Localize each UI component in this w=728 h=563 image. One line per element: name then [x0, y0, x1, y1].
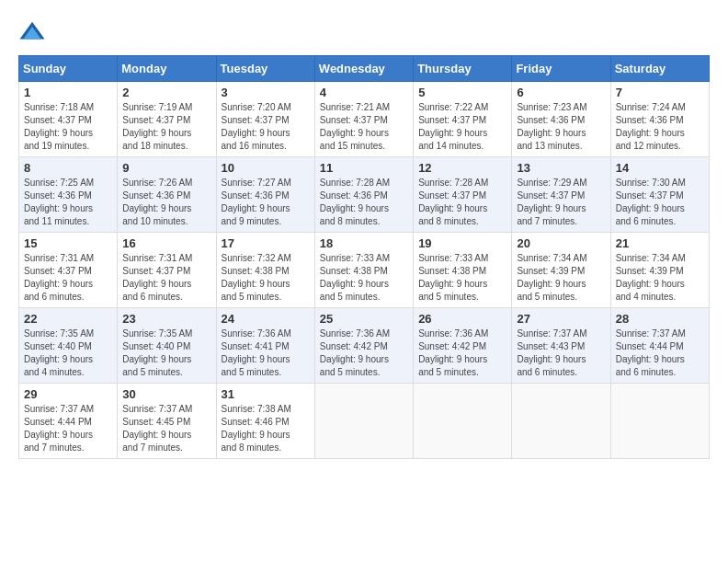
calendar-cell: 10Sunrise: 7:27 AM Sunset: 4:36 PM Dayli… — [216, 157, 314, 233]
cell-info: Sunrise: 7:32 AM Sunset: 4:38 PM Dayligh… — [222, 252, 310, 304]
calendar-cell: 1Sunrise: 7:18 AM Sunset: 4:37 PM Daylig… — [19, 82, 118, 157]
calendar-cell — [414, 384, 512, 459]
calendar-cell: 11Sunrise: 7:28 AM Sunset: 4:36 PM Dayli… — [314, 157, 413, 233]
day-number: 4 — [320, 86, 408, 99]
cell-info: Sunrise: 7:36 AM Sunset: 4:42 PM Dayligh… — [320, 327, 408, 379]
calendar-table: SundayMondayTuesdayWednesdayThursdayFrid… — [18, 55, 710, 459]
calendar-cell — [512, 384, 610, 459]
cell-info: Sunrise: 7:34 AM Sunset: 4:39 PM Dayligh… — [616, 252, 704, 304]
cell-info: Sunrise: 7:24 AM Sunset: 4:36 PM Dayligh… — [616, 101, 704, 153]
day-number: 14 — [616, 161, 704, 175]
logo-icon — [18, 18, 46, 46]
cell-info: Sunrise: 7:31 AM Sunset: 4:37 PM Dayligh… — [24, 252, 112, 304]
calendar-cell: 6Sunrise: 7:23 AM Sunset: 4:36 PM Daylig… — [512, 82, 610, 157]
day-number: 22 — [24, 312, 112, 326]
calendar-week-2: 8Sunrise: 7:25 AM Sunset: 4:36 PM Daylig… — [19, 157, 710, 233]
header-thursday: Thursday — [414, 56, 512, 82]
cell-info: Sunrise: 7:27 AM Sunset: 4:36 PM Dayligh… — [222, 177, 310, 228]
day-number: 3 — [222, 86, 310, 99]
calendar-cell: 19Sunrise: 7:33 AM Sunset: 4:38 PM Dayli… — [414, 233, 512, 308]
cell-info: Sunrise: 7:35 AM Sunset: 4:40 PM Dayligh… — [122, 327, 210, 379]
calendar-cell — [314, 384, 413, 459]
day-number: 29 — [24, 387, 112, 401]
calendar-cell: 27Sunrise: 7:37 AM Sunset: 4:43 PM Dayli… — [512, 308, 610, 384]
calendar-cell: 16Sunrise: 7:31 AM Sunset: 4:37 PM Dayli… — [118, 233, 216, 308]
calendar-cell: 7Sunrise: 7:24 AM Sunset: 4:36 PM Daylig… — [610, 82, 709, 157]
cell-info: Sunrise: 7:26 AM Sunset: 4:36 PM Dayligh… — [122, 177, 210, 228]
calendar-cell: 17Sunrise: 7:32 AM Sunset: 4:38 PM Dayli… — [216, 233, 314, 308]
logo — [18, 18, 50, 46]
cell-info: Sunrise: 7:25 AM Sunset: 4:36 PM Dayligh… — [24, 177, 112, 228]
calendar-week-5: 29Sunrise: 7:37 AM Sunset: 4:44 PM Dayli… — [19, 384, 710, 459]
cell-info: Sunrise: 7:35 AM Sunset: 4:40 PM Dayligh… — [24, 327, 112, 379]
day-number: 20 — [517, 236, 605, 250]
calendar-cell: 21Sunrise: 7:34 AM Sunset: 4:39 PM Dayli… — [610, 233, 709, 308]
cell-info: Sunrise: 7:33 AM Sunset: 4:38 PM Dayligh… — [418, 252, 506, 304]
calendar-cell: 9Sunrise: 7:26 AM Sunset: 4:36 PM Daylig… — [118, 157, 216, 233]
day-number: 21 — [616, 236, 704, 250]
cell-info: Sunrise: 7:20 AM Sunset: 4:37 PM Dayligh… — [222, 101, 310, 153]
cell-info: Sunrise: 7:28 AM Sunset: 4:36 PM Dayligh… — [320, 177, 408, 228]
cell-info: Sunrise: 7:34 AM Sunset: 4:39 PM Dayligh… — [517, 252, 605, 304]
calendar-header-row: SundayMondayTuesdayWednesdayThursdayFrid… — [19, 56, 710, 82]
header-friday: Friday — [512, 56, 610, 82]
day-number: 26 — [418, 312, 506, 326]
day-number: 2 — [122, 86, 210, 99]
cell-info: Sunrise: 7:19 AM Sunset: 4:37 PM Dayligh… — [122, 101, 210, 153]
calendar-cell: 20Sunrise: 7:34 AM Sunset: 4:39 PM Dayli… — [512, 233, 610, 308]
cell-info: Sunrise: 7:31 AM Sunset: 4:37 PM Dayligh… — [122, 252, 210, 304]
day-number: 13 — [517, 161, 605, 175]
cell-info: Sunrise: 7:23 AM Sunset: 4:36 PM Dayligh… — [517, 101, 605, 153]
day-number: 5 — [418, 86, 506, 99]
calendar-cell: 24Sunrise: 7:36 AM Sunset: 4:41 PM Dayli… — [216, 308, 314, 384]
calendar-cell: 31Sunrise: 7:38 AM Sunset: 4:46 PM Dayli… — [216, 384, 314, 459]
calendar-cell: 18Sunrise: 7:33 AM Sunset: 4:38 PM Dayli… — [314, 233, 413, 308]
calendar-cell: 13Sunrise: 7:29 AM Sunset: 4:37 PM Dayli… — [512, 157, 610, 233]
day-number: 28 — [616, 312, 704, 326]
calendar-cell: 23Sunrise: 7:35 AM Sunset: 4:40 PM Dayli… — [118, 308, 216, 384]
calendar-cell: 26Sunrise: 7:36 AM Sunset: 4:42 PM Dayli… — [414, 308, 512, 384]
calendar-cell: 22Sunrise: 7:35 AM Sunset: 4:40 PM Dayli… — [19, 308, 118, 384]
header-tuesday: Tuesday — [216, 56, 314, 82]
day-number: 24 — [222, 312, 310, 326]
day-number: 27 — [517, 312, 605, 326]
calendar-cell: 4Sunrise: 7:21 AM Sunset: 4:37 PM Daylig… — [314, 82, 413, 157]
cell-info: Sunrise: 7:21 AM Sunset: 4:37 PM Dayligh… — [320, 101, 408, 153]
cell-info: Sunrise: 7:33 AM Sunset: 4:38 PM Dayligh… — [320, 252, 408, 304]
cell-info: Sunrise: 7:37 AM Sunset: 4:45 PM Dayligh… — [122, 403, 210, 454]
day-number: 6 — [517, 86, 605, 99]
day-number: 30 — [122, 387, 210, 401]
day-number: 16 — [122, 236, 210, 250]
cell-info: Sunrise: 7:30 AM Sunset: 4:37 PM Dayligh… — [616, 177, 704, 228]
cell-info: Sunrise: 7:36 AM Sunset: 4:41 PM Dayligh… — [222, 327, 310, 379]
day-number: 10 — [222, 161, 310, 175]
cell-info: Sunrise: 7:22 AM Sunset: 4:37 PM Dayligh… — [418, 101, 506, 153]
calendar-cell: 30Sunrise: 7:37 AM Sunset: 4:45 PM Dayli… — [118, 384, 216, 459]
header-wednesday: Wednesday — [314, 56, 413, 82]
cell-info: Sunrise: 7:29 AM Sunset: 4:37 PM Dayligh… — [517, 177, 605, 228]
cell-info: Sunrise: 7:38 AM Sunset: 4:46 PM Dayligh… — [222, 403, 310, 454]
header-saturday: Saturday — [610, 56, 709, 82]
calendar-cell: 25Sunrise: 7:36 AM Sunset: 4:42 PM Dayli… — [314, 308, 413, 384]
cell-info: Sunrise: 7:28 AM Sunset: 4:37 PM Dayligh… — [418, 177, 506, 228]
header-sunday: Sunday — [19, 56, 118, 82]
cell-info: Sunrise: 7:18 AM Sunset: 4:37 PM Dayligh… — [24, 101, 112, 153]
calendar-week-1: 1Sunrise: 7:18 AM Sunset: 4:37 PM Daylig… — [19, 82, 710, 157]
day-number: 11 — [320, 161, 408, 175]
cell-info: Sunrise: 7:37 AM Sunset: 4:44 PM Dayligh… — [616, 327, 704, 379]
cell-info: Sunrise: 7:36 AM Sunset: 4:42 PM Dayligh… — [418, 327, 506, 379]
calendar-week-3: 15Sunrise: 7:31 AM Sunset: 4:37 PM Dayli… — [19, 233, 710, 308]
calendar-cell: 2Sunrise: 7:19 AM Sunset: 4:37 PM Daylig… — [118, 82, 216, 157]
day-number: 31 — [222, 387, 310, 401]
day-number: 7 — [616, 86, 704, 99]
calendar-cell: 15Sunrise: 7:31 AM Sunset: 4:37 PM Dayli… — [19, 233, 118, 308]
calendar-cell: 8Sunrise: 7:25 AM Sunset: 4:36 PM Daylig… — [19, 157, 118, 233]
day-number: 23 — [122, 312, 210, 326]
day-number: 17 — [222, 236, 310, 250]
day-number: 1 — [24, 86, 112, 99]
page-header — [18, 18, 710, 46]
calendar-cell: 12Sunrise: 7:28 AM Sunset: 4:37 PM Dayli… — [414, 157, 512, 233]
day-number: 25 — [320, 312, 408, 326]
calendar-cell: 5Sunrise: 7:22 AM Sunset: 4:37 PM Daylig… — [414, 82, 512, 157]
header-monday: Monday — [118, 56, 216, 82]
